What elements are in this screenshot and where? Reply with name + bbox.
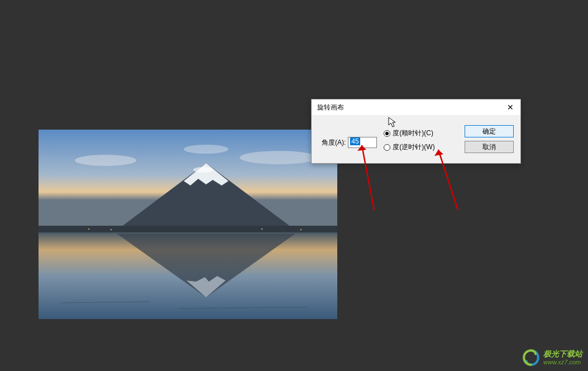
svg-point-8 bbox=[261, 229, 262, 230]
clockwise-label: 度(顺时针)(C) bbox=[393, 129, 433, 138]
canvas-image bbox=[39, 130, 337, 319]
counterclockwise-radio[interactable]: 度(逆时针)(W) bbox=[384, 142, 458, 152]
svg-rect-5 bbox=[39, 226, 337, 234]
direction-radio-group: 度(顺时针)(C) 度(逆时针)(W) bbox=[384, 125, 458, 153]
svg-point-2 bbox=[240, 151, 318, 164]
svg-point-1 bbox=[75, 155, 136, 166]
ok-button[interactable]: 确定 bbox=[465, 125, 514, 137]
dialog-title: 旋转画布 bbox=[317, 103, 500, 112]
angle-input-value: 45 bbox=[350, 137, 360, 145]
dialog-titlebar[interactable]: 旋转画布 ✕ bbox=[312, 99, 520, 115]
watermark-site-url: www.xz7.com bbox=[543, 359, 582, 366]
svg-point-4 bbox=[193, 167, 213, 173]
counterclockwise-label: 度(逆时针)(W) bbox=[393, 142, 434, 152]
cancel-button[interactable]: 取消 bbox=[465, 141, 514, 153]
close-button[interactable]: ✕ bbox=[500, 99, 520, 115]
svg-point-9 bbox=[300, 229, 302, 230]
radio-icon bbox=[384, 144, 390, 151]
dialog-body: 角度(A): 45 度(顺时针)(C) 度(逆时针)(W) 确定 取消 bbox=[312, 115, 520, 163]
svg-point-3 bbox=[184, 145, 228, 154]
angle-field: 角度(A): 45 bbox=[322, 125, 377, 153]
watermark: 极光下载站 www.xz7.com bbox=[522, 349, 582, 367]
svg-point-7 bbox=[111, 229, 112, 230]
close-icon: ✕ bbox=[507, 103, 514, 112]
watermark-site-name: 极光下载站 bbox=[543, 349, 582, 359]
dialog-buttons: 确定 取消 bbox=[465, 125, 514, 153]
angle-input[interactable]: 45 bbox=[348, 137, 377, 148]
watermark-logo-icon bbox=[522, 349, 540, 367]
clockwise-radio[interactable]: 度(顺时针)(C) bbox=[384, 129, 458, 138]
watermark-text: 极光下载站 www.xz7.com bbox=[543, 349, 582, 366]
radio-icon bbox=[384, 130, 390, 137]
angle-label: 角度(A): bbox=[322, 138, 346, 148]
rotate-canvas-dialog: 旋转画布 ✕ 角度(A): 45 度(顺时针)(C) 度(逆时针)(W) 确定 … bbox=[311, 99, 521, 164]
svg-point-6 bbox=[88, 229, 89, 230]
